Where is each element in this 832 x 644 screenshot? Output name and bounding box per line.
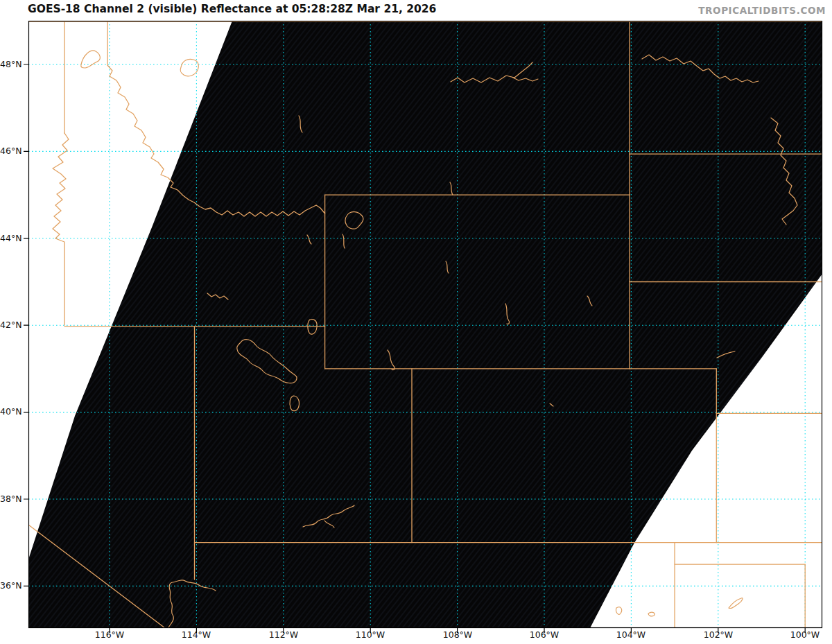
satellite-map-page: GOES-18 Channel 2 (visible) Reflectance … bbox=[0, 0, 832, 644]
map-canvas bbox=[0, 0, 832, 644]
